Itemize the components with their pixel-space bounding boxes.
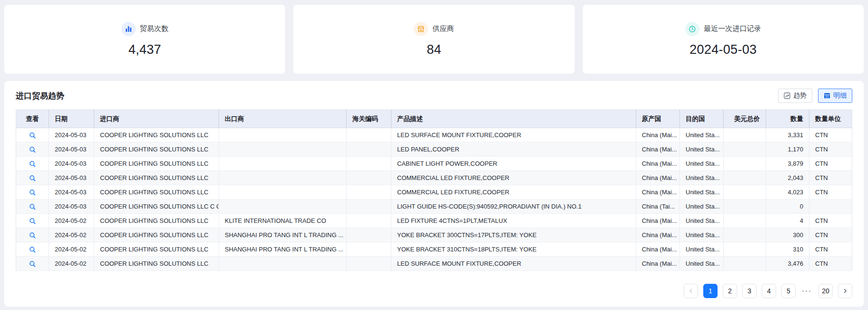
- cell-exporter: [219, 128, 347, 142]
- pagination-next-button[interactable]: [838, 284, 852, 298]
- cell-hs-code: [347, 128, 391, 142]
- cell-usd-total: [724, 171, 766, 185]
- column-header-destination: 目的国: [680, 110, 724, 128]
- cell-date: 2024-05-02: [49, 257, 94, 271]
- cell-unit: CTN: [809, 185, 852, 200]
- pagination: 12345 ••• 20: [16, 284, 852, 298]
- cell-exporter: [219, 157, 347, 171]
- pagination-page-5[interactable]: 5: [781, 284, 796, 298]
- table-row: 2024-05-03COOPER LIGHTING SOLUTIONS LLCC…: [16, 185, 852, 200]
- stat-card-value: 84: [427, 42, 441, 57]
- cell-destination: United Sta...: [680, 214, 724, 228]
- stat-card-trade-count: 贸易次数 4,437: [4, 5, 285, 74]
- cell-date: 2024-05-02: [49, 214, 94, 228]
- cell-description: LED FIXTURE 4CTNS=1PLT,METALUX: [391, 214, 636, 228]
- table-header-row: 查看 日期 进口商 出口商 海关编码 产品描述 原产国 目的国 美元总价 数量 …: [16, 110, 852, 128]
- column-header-view: 查看: [16, 110, 49, 128]
- cell-unit: CTN: [809, 171, 852, 185]
- cell-quantity: 300: [766, 228, 809, 242]
- cell-origin: China (Mai...: [636, 128, 680, 142]
- stat-card-label: 贸易次数: [140, 24, 169, 33]
- cell-quantity: 2,043: [766, 171, 809, 185]
- cell-exporter: [219, 257, 347, 271]
- pagination-page-3[interactable]: 3: [742, 284, 757, 298]
- cell-unit: CTN: [809, 157, 852, 171]
- column-header-quantity: 数量: [766, 110, 809, 128]
- cell-hs-code: [347, 200, 391, 214]
- cell-description: LED SURFACE MOUNT FIXTURE,COOPER: [391, 128, 636, 142]
- pagination-ellipsis[interactable]: •••: [801, 288, 813, 294]
- cell-date: 2024-05-02: [49, 242, 94, 257]
- stat-card-suppliers: 供应商 84: [293, 5, 574, 74]
- view-toggle-group: 趋势 明细: [778, 89, 852, 103]
- trend-button[interactable]: 趋势: [778, 89, 812, 103]
- cell-exporter: [219, 142, 347, 157]
- cell-importer: COOPER LIGHTING SOLUTIONS LLC: [94, 142, 219, 157]
- cell-exporter: [219, 185, 347, 200]
- cell-importer: COOPER LIGHTING SOLUTIONS LLC: [94, 242, 219, 257]
- pagination-page-1[interactable]: 1: [703, 284, 718, 298]
- cell-origin: China (Tai...: [636, 200, 680, 214]
- cell-date: 2024-05-03: [49, 157, 94, 171]
- column-header-hs-code: 海关编码: [347, 110, 391, 128]
- trend-button-label: 趋势: [793, 91, 807, 100]
- cell-exporter: SHANGHAI PRO TANG INT L TRADING ...: [219, 228, 347, 242]
- cell-date: 2024-05-03: [49, 142, 94, 157]
- cell-hs-code: [347, 185, 391, 200]
- stat-card-label: 供应商: [432, 24, 454, 33]
- cell-destination: United Sta...: [680, 157, 724, 171]
- view-icon[interactable]: [16, 214, 49, 228]
- cell-origin: China (Mai...: [636, 214, 680, 228]
- column-header-unit: 数量单位: [809, 110, 852, 128]
- view-icon[interactable]: [16, 242, 49, 257]
- cell-destination: United Sta...: [680, 128, 724, 142]
- stat-card-value: 2024-05-03: [689, 42, 757, 57]
- detail-button[interactable]: 明细: [818, 89, 852, 103]
- table-row: 2024-05-03COOPER LIGHTING SOLUTIONS LLCC…: [16, 157, 852, 171]
- cell-destination: United Sta...: [680, 228, 724, 242]
- cell-exporter: SHANGHAI PRO TANG INT L TRADING ...: [219, 242, 347, 257]
- table-row: 2024-05-03COOPER LIGHTING SOLUTIONS LLCC…: [16, 171, 852, 185]
- view-icon[interactable]: [16, 257, 49, 271]
- view-icon[interactable]: [16, 157, 49, 171]
- cell-importer: COOPER LIGHTING SOLUTIONS LLC: [94, 214, 219, 228]
- cell-destination: United Sta...: [680, 257, 724, 271]
- view-icon[interactable]: [16, 128, 49, 142]
- view-icon[interactable]: [16, 185, 49, 200]
- pagination-page-20[interactable]: 20: [818, 284, 833, 298]
- cell-origin: China (Mai...: [636, 242, 680, 257]
- cell-usd-total: [724, 142, 766, 157]
- cell-usd-total: [724, 214, 766, 228]
- cell-hs-code: [347, 257, 391, 271]
- import-records-table: 查看 日期 进口商 出口商 海关编码 产品描述 原产国 目的国 美元总价 数量 …: [16, 110, 852, 271]
- table-grid-icon: [824, 92, 830, 99]
- view-icon[interactable]: [16, 142, 49, 157]
- stat-card-latest-import: 最近一次进口记录 2024-05-03: [583, 5, 864, 74]
- pagination-prev-button[interactable]: [684, 284, 698, 298]
- cell-description: COMMERCIAL LED FIXTURE,COOPER: [391, 171, 636, 185]
- column-header-origin: 原产国: [636, 110, 680, 128]
- cell-quantity: 3,879: [766, 157, 809, 171]
- table-row: 2024-05-02COOPER LIGHTING SOLUTIONS LLCK…: [16, 214, 852, 228]
- cell-unit: CTN: [809, 214, 852, 228]
- view-icon[interactable]: [16, 228, 49, 242]
- cell-hs-code: [347, 142, 391, 157]
- cell-quantity: 3,331: [766, 128, 809, 142]
- view-icon[interactable]: [16, 200, 49, 214]
- pagination-page-4[interactable]: 4: [762, 284, 776, 298]
- cell-description: LED SURFACE MOUNT FIXTURE,COOPER: [391, 257, 636, 271]
- table-row: 2024-05-03COOPER LIGHTING SOLUTIONS LLCL…: [16, 142, 852, 157]
- stat-card-label: 最近一次进口记录: [704, 24, 761, 33]
- pagination-page-2[interactable]: 2: [723, 284, 737, 298]
- cell-origin: China (Mai...: [636, 171, 680, 185]
- cell-destination: United Sta...: [680, 185, 724, 200]
- view-icon[interactable]: [16, 171, 49, 185]
- cell-hs-code: [347, 228, 391, 242]
- cell-unit: CTN: [809, 242, 852, 257]
- column-header-description: 产品描述: [391, 110, 636, 128]
- cell-date: 2024-05-03: [49, 171, 94, 185]
- cell-quantity: 310: [766, 242, 809, 257]
- cell-exporter: [219, 171, 347, 185]
- cell-importer: COOPER LIGHTING SOLUTIONS LLC: [94, 171, 219, 185]
- cell-quantity: 4: [766, 214, 809, 228]
